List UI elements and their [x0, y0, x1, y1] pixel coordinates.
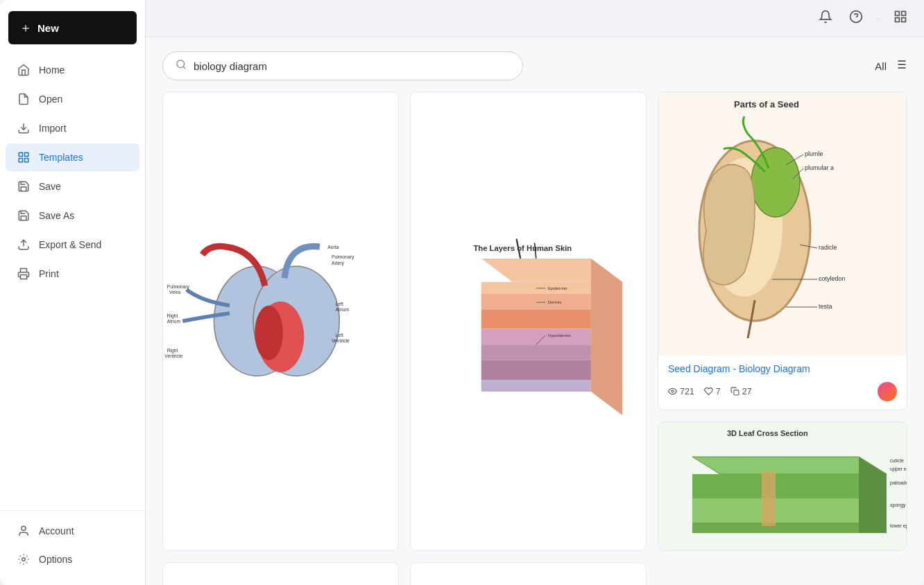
bell-icon[interactable] [816, 7, 835, 30]
card-heart[interactable]: Pulmonary Veins Aorta Pulmonary Artery R… [162, 91, 399, 551]
svg-rect-13 [896, 18, 900, 22]
seed-author-avatar [878, 382, 897, 401]
svg-text:Dermis: Dermis [548, 299, 562, 304]
search-icon [176, 59, 187, 73]
svg-line-16 [183, 67, 185, 69]
leaf-thumbnail: 3D Leaf Cross Section [658, 422, 907, 550]
svg-rect-49 [481, 329, 591, 345]
svg-text:Ventricle: Ventricle [164, 353, 182, 358]
svg-rect-46 [481, 282, 591, 294]
svg-rect-4 [19, 159, 22, 162]
export-icon [17, 238, 31, 252]
svg-text:Hypodermis: Hypodermis [548, 333, 571, 338]
search-area: All [146, 37, 924, 91]
search-bar[interactable] [162, 51, 523, 80]
sidebar: ＋ New Home Open Import Templates [0, 0, 146, 585]
card-seed[interactable]: Parts of a Seed [658, 91, 907, 410]
svg-rect-89 [762, 471, 776, 526]
import-icon [17, 121, 31, 135]
svg-text:Left: Left [336, 302, 343, 306]
sidebar-item-print[interactable]: Print [6, 260, 139, 288]
right-column: Parts of a Seed [658, 91, 907, 551]
svg-text:Artery: Artery [332, 261, 345, 266]
svg-text:Right: Right [167, 313, 178, 319]
svg-rect-6 [21, 275, 27, 279]
svg-text:Veins: Veins [169, 290, 181, 295]
apps-icon[interactable] [891, 7, 910, 30]
filter-icon[interactable] [893, 58, 907, 75]
svg-rect-80 [734, 390, 739, 395]
svg-rect-1 [19, 152, 22, 156]
seed-stats: 721 7 27 [668, 382, 897, 401]
svg-point-68 [751, 148, 800, 217]
card-dna[interactable]: DNA INTERMEDIATE DENSITY DNA DNA Replica… [410, 562, 647, 585]
svg-rect-47 [481, 294, 591, 310]
svg-text:palisade cell: palisade cell [890, 480, 907, 486]
sidebar-item-home[interactable]: Home [6, 56, 139, 84]
svg-text:Epidermis: Epidermis [548, 286, 567, 290]
svg-text:Aorta: Aorta [327, 245, 339, 250]
svg-text:Pulmonary: Pulmonary [332, 254, 354, 260]
seed-thumbnail: Parts of a Seed [658, 92, 907, 356]
svg-text:Atrium: Atrium [167, 319, 181, 324]
svg-rect-14 [902, 18, 906, 22]
svg-text:plumle: plumle [805, 150, 823, 157]
svg-text:plumular a: plumular a [805, 164, 834, 171]
home-label: Home [39, 64, 65, 76]
svg-point-27 [255, 306, 283, 360]
export-label: Export & Send [39, 239, 101, 250]
seed-copies: 27 [730, 387, 752, 396]
home-icon [17, 63, 31, 77]
search-input[interactable] [194, 60, 510, 72]
filter-area: All [875, 58, 907, 75]
save-as-icon [17, 209, 31, 222]
grid-container: Pulmonary Veins Aorta Pulmonary Artery R… [146, 91, 924, 585]
seed-views: 721 [668, 387, 694, 396]
svg-rect-52 [481, 380, 591, 392]
seed-likes: 7 [704, 387, 721, 396]
templates-label: Templates [39, 152, 83, 163]
card-leaf[interactable]: 3D Leaf Cross Section [658, 421, 907, 551]
card-stomata[interactable]: Stomata Diagram Surface View Cross Secti… [162, 562, 399, 585]
help-icon[interactable] [846, 7, 866, 30]
skin-card-info: Human Skin Layers - Biology Diagram 1.2k… [411, 550, 646, 551]
heart-thumbnail: Pulmonary Veins Aorta Pulmonary Artery R… [163, 92, 398, 550]
svg-point-8 [22, 558, 26, 561]
svg-text:cotyledon: cotyledon [819, 275, 846, 282]
plus-icon: ＋ [19, 19, 32, 36]
svg-text:upper epidermis: upper epidermis [890, 466, 907, 472]
templates-icon [17, 150, 31, 164]
sidebar-item-open[interactable]: Open [6, 85, 139, 113]
svg-text:spongy mesophyll: spongy mesophyll [890, 503, 907, 508]
svg-rect-50 [481, 344, 591, 360]
sidebar-item-save-as[interactable]: Save As [6, 202, 139, 229]
svg-rect-51 [481, 360, 591, 380]
svg-rect-48 [481, 309, 591, 329]
svg-point-7 [22, 526, 26, 530]
sidebar-item-account[interactable]: Account [6, 517, 139, 545]
print-icon [17, 267, 31, 281]
svg-rect-11 [896, 12, 900, 16]
svg-point-15 [177, 60, 185, 68]
sidebar-item-export[interactable]: Export & Send [6, 231, 139, 259]
svg-rect-3 [25, 159, 28, 162]
svg-text:Left: Left [336, 333, 343, 338]
sidebar-item-save[interactable]: Save [6, 173, 139, 200]
save-as-label: Save As [39, 210, 74, 221]
sidebar-item-options[interactable]: Options [6, 545, 139, 573]
account-label: Account [39, 525, 74, 536]
new-button[interactable]: ＋ New [8, 11, 137, 44]
import-label: Import [39, 123, 67, 134]
open-icon [17, 92, 31, 106]
filter-label: All [875, 60, 887, 72]
svg-point-79 [671, 390, 674, 392]
card-skin[interactable]: The Layers of Human Skin [410, 91, 647, 551]
svg-text:radicle: radicle [819, 244, 837, 251]
sidebar-item-import[interactable]: Import [6, 114, 139, 142]
sidebar-item-templates[interactable]: Templates [6, 143, 139, 171]
options-icon [17, 552, 31, 566]
stomata-thumbnail: Stomata Diagram Surface View Cross Secti… [163, 563, 398, 585]
svg-text:3D Leaf Cross Section: 3D Leaf Cross Section [727, 429, 808, 437]
svg-rect-2 [25, 152, 28, 156]
app-header: · [146, 0, 924, 37]
